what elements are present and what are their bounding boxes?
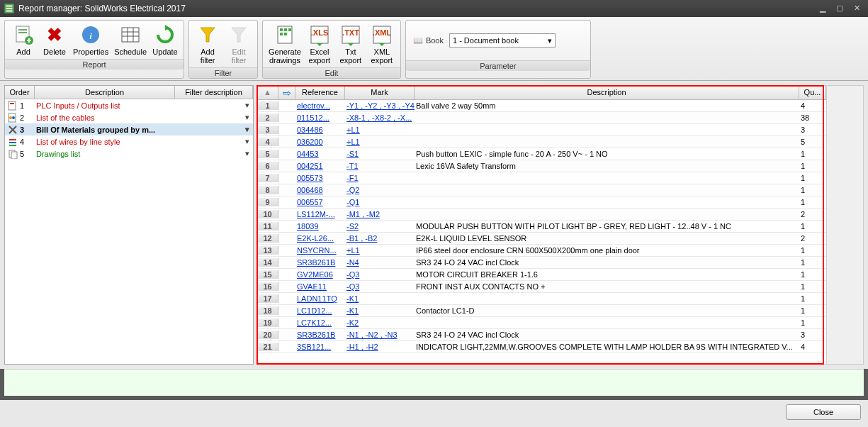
cell-reference[interactable]: electrov...	[295, 101, 345, 110]
cell-reference[interactable]: 006468	[295, 186, 345, 194]
generate-drawings-button[interactable]: Generate drawings	[266, 22, 304, 66]
cell-reference[interactable]: SR3B261B	[295, 258, 345, 267]
add-report-button[interactable]: Add	[8, 22, 39, 57]
col-quantity[interactable]: Qu...	[799, 86, 826, 99]
table-row[interactable]: 10LS112M-...-M1 , -M22	[257, 209, 826, 221]
report-list-row[interactable]: 4List of wires by line style▾	[5, 135, 253, 148]
cell-mark[interactable]: -Y1 , -Y2 , -Y3 , -Y4	[345, 101, 415, 110]
schedule-button[interactable]: Schedule	[111, 22, 150, 57]
cell-mark[interactable]: -Q1	[345, 198, 415, 206]
cell-reference[interactable]: SR3B261B	[295, 331, 345, 339]
cell-mark[interactable]: -Q3	[345, 282, 415, 291]
table-row[interactable]: 15GV2ME06-Q3MOTOR CIRCUIT BREAKER 1-1.61	[257, 269, 826, 281]
minimize-button[interactable]: ▁	[816, 4, 830, 13]
cell-reference[interactable]: 034486	[295, 126, 345, 134]
add-filter-button[interactable]: Add filter	[192, 22, 223, 66]
table-row[interactable]: 20SR3B261B-N1 , -N2 , -N3SR3 24 I-O 24 V…	[257, 329, 826, 341]
cell-mark[interactable]: -K1	[345, 306, 415, 315]
col-goto[interactable]: ⇨	[278, 86, 295, 99]
cell-mark[interactable]: +L1	[345, 138, 415, 146]
report-list-row[interactable]: 2List of the cables▾	[5, 111, 253, 123]
row-dropdown-icon[interactable]: ▾	[242, 101, 253, 110]
col-mark[interactable]: Mark	[345, 86, 415, 99]
cell-mark[interactable]: +L1	[345, 246, 415, 255]
table-row[interactable]: 14SR3B261B-N4SR3 24 I-O 24 VAC incl Cloc…	[257, 257, 826, 269]
close-button[interactable]: Close	[786, 404, 861, 420]
cell-mark[interactable]: -N1 , -N2 , -N3	[345, 331, 415, 339]
table-row[interactable]: 504453-S1Push button LEXIC - simple func…	[257, 148, 826, 160]
col-reference[interactable]: Reference	[295, 86, 345, 99]
cell-mark[interactable]: -S1	[345, 150, 415, 158]
cell-mark[interactable]: -H1 , -H2	[345, 343, 415, 351]
update-button[interactable]: Update	[150, 22, 181, 57]
cell-reference[interactable]: LADN11TQ	[295, 294, 345, 303]
cell-reference[interactable]: GVAE11	[295, 282, 345, 291]
cell-reference[interactable]: LS112M-...	[295, 210, 345, 218]
table-row[interactable]: 213SB121...-H1 , -H2INDICATOR LIGHT,22MM…	[257, 341, 826, 353]
excel-export-button[interactable]: .XLS Excel export	[304, 22, 335, 66]
table-row[interactable]: 1electrov...-Y1 , -Y2 , -Y3 , -Y4Ball va…	[257, 100, 826, 112]
cell-reference[interactable]: 036200	[295, 138, 345, 146]
table-row[interactable]: 17LADN11TQ-K11	[257, 293, 826, 305]
col-sort[interactable]: ▲	[257, 86, 278, 99]
xml-export-button[interactable]: .XML XML export	[366, 22, 398, 66]
cell-mark[interactable]: -Q2	[345, 186, 415, 194]
table-row[interactable]: 6004251-T1Lexic 16VA Safety Transform1	[257, 160, 826, 172]
txt-export-button[interactable]: .TXT Txt export	[335, 22, 366, 66]
table-row[interactable]: 16GVAE11-Q3FRONT INST AUX CONTACTS NO +1	[257, 281, 826, 293]
table-row[interactable]: 7005573-F11	[257, 172, 826, 184]
maximize-button[interactable]: ▢	[833, 4, 847, 13]
delete-label: Delete	[43, 48, 66, 56]
cell-reference[interactable]: E2K-L26...	[295, 234, 345, 243]
report-list-row[interactable]: 3Bill Of Materials grouped by m...▾	[5, 123, 253, 135]
cell-mark[interactable]: -Q3	[345, 270, 415, 279]
report-list-row[interactable]: 5Drawings list▾	[5, 148, 253, 160]
table-row[interactable]: 19LC7K12...-K21	[257, 317, 826, 329]
scrollbar-gutter[interactable]	[827, 85, 864, 365]
cell-mark[interactable]: -F1	[345, 174, 415, 182]
cell-mark[interactable]: -T1	[345, 162, 415, 170]
col-order[interactable]: Order	[5, 86, 35, 99]
cell-reference[interactable]: 006557	[295, 198, 345, 206]
cell-reference[interactable]: GV2ME06	[295, 270, 345, 279]
main-area: Order Description Filter description 1PL…	[0, 81, 868, 369]
table-row[interactable]: 8006468-Q21	[257, 184, 826, 196]
cell-mark[interactable]: -N4	[345, 258, 415, 267]
cell-mark[interactable]: -B1 , -B2	[345, 234, 415, 243]
cell-reference[interactable]: NSYCRN...	[295, 246, 345, 255]
table-row[interactable]: 12E2K-L26...-B1 , -B2E2K-L LIQUID LEVEL …	[257, 233, 826, 245]
cell-mark[interactable]: -X8-1 , -X8-2 , -X...	[345, 113, 415, 122]
col-filter[interactable]: Filter description	[175, 86, 253, 99]
cell-reference[interactable]: 04453	[295, 150, 345, 158]
properties-button[interactable]: i Properties	[70, 22, 111, 57]
cell-reference[interactable]: LC7K12...	[295, 318, 345, 327]
book-select[interactable]: 1 - Document book ▾	[449, 33, 556, 48]
delete-report-button[interactable]: ✖ Delete	[39, 22, 70, 57]
cell-reference[interactable]: 004251	[295, 162, 345, 170]
row-dropdown-icon[interactable]: ▾	[242, 125, 253, 134]
cell-mark[interactable]: +L1	[345, 126, 415, 134]
col-description[interactable]: Description	[415, 86, 799, 99]
row-dropdown-icon[interactable]: ▾	[242, 137, 253, 146]
table-row[interactable]: 1118039-S2MODULAR PUSH BUTTON WITH PILOT…	[257, 221, 826, 233]
table-row[interactable]: 18LC1D12...-K1Contactor LC1-D1	[257, 305, 826, 317]
row-dropdown-icon[interactable]: ▾	[242, 113, 253, 122]
cell-reference[interactable]: 3SB121...	[295, 343, 345, 351]
cell-reference[interactable]: 011512...	[295, 113, 345, 122]
table-row[interactable]: 9006557-Q11	[257, 196, 826, 209]
table-row[interactable]: 3034486+L13	[257, 124, 826, 136]
table-row[interactable]: 2011512...-X8-1 , -X8-2 , -X...38	[257, 112, 826, 124]
report-list-row[interactable]: 1PLC Inputs / Outputs list▾	[5, 99, 253, 111]
cell-mark[interactable]: -K2	[345, 318, 415, 327]
close-window-button[interactable]: ✕	[850, 4, 864, 13]
cell-reference[interactable]: 18039	[295, 222, 345, 231]
col-description[interactable]: Description	[35, 86, 175, 99]
cell-reference[interactable]: LC1D12...	[295, 306, 345, 315]
cell-mark[interactable]: -K1	[345, 294, 415, 303]
cell-mark[interactable]: -M1 , -M2	[345, 210, 415, 218]
table-row[interactable]: 4036200+L15	[257, 136, 826, 148]
table-row[interactable]: 13NSYCRN...+L1IP66 steel door enclosure …	[257, 245, 826, 257]
row-dropdown-icon[interactable]: ▾	[242, 149, 253, 158]
cell-reference[interactable]: 005573	[295, 174, 345, 182]
cell-mark[interactable]: -S2	[345, 222, 415, 231]
